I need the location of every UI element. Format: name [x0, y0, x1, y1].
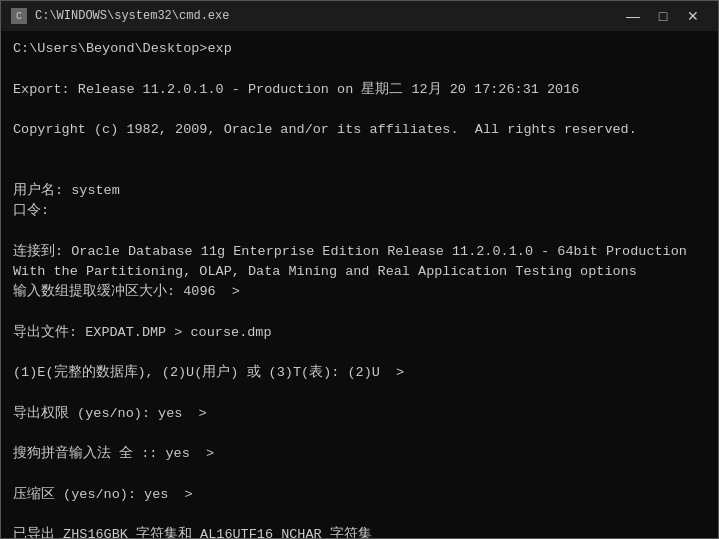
console-line	[13, 140, 706, 160]
console-line: With the Partitioning, OLAP, Data Mining…	[13, 262, 706, 282]
console-line: Copyright (c) 1982, 2009, Oracle and/or …	[13, 120, 706, 140]
console-line	[13, 383, 706, 403]
minimize-button[interactable]: —	[618, 1, 648, 31]
console-line	[13, 59, 706, 79]
console-line: 输入数组提取缓冲区大小: 4096 >	[13, 282, 706, 302]
console-line	[13, 424, 706, 444]
console-line	[13, 221, 706, 241]
console-line	[13, 302, 706, 322]
title-bar: C C:\WINDOWS\system32\cmd.exe — □ ✕	[1, 1, 718, 31]
console-line: 已导出 ZHS16GBK 字符集和 AL16UTF16 NCHAR 字符集	[13, 525, 706, 538]
console-line: 导出文件: EXPDAT.DMP > course.dmp	[13, 323, 706, 343]
console-line: 导出权限 (yes/no): yes >	[13, 404, 706, 424]
console-line	[13, 464, 706, 484]
title-bar-title: C:\WINDOWS\system32\cmd.exe	[35, 9, 229, 23]
console-line: 口令:	[13, 201, 706, 221]
title-bar-left: C C:\WINDOWS\system32\cmd.exe	[11, 8, 229, 24]
console-line: 压缩区 (yes/no): yes >	[13, 485, 706, 505]
console-line: 搜狗拼音输入法 全 :: yes >	[13, 444, 706, 464]
console-line: Export: Release 11.2.0.1.0 - Production …	[13, 80, 706, 100]
console-line	[13, 505, 706, 525]
console-line: C:\Users\Beyond\Desktop>exp	[13, 39, 706, 59]
console-line: 连接到: Oracle Database 11g Enterprise Edit…	[13, 242, 706, 262]
console-line	[13, 343, 706, 363]
console-body[interactable]: C:\Users\Beyond\Desktop>expExport: Relea…	[1, 31, 718, 538]
maximize-button[interactable]: □	[648, 1, 678, 31]
console-line: 用户名: system	[13, 181, 706, 201]
console-line	[13, 100, 706, 120]
console-line	[13, 161, 706, 181]
title-bar-controls: — □ ✕	[618, 1, 708, 31]
cmd-window: C C:\WINDOWS\system32\cmd.exe — □ ✕ C:\U…	[0, 0, 719, 539]
cmd-icon: C	[11, 8, 27, 24]
close-button[interactable]: ✕	[678, 1, 708, 31]
console-line: (1)E(完整的数据库), (2)U(用户) 或 (3)T(表): (2)U >	[13, 363, 706, 383]
